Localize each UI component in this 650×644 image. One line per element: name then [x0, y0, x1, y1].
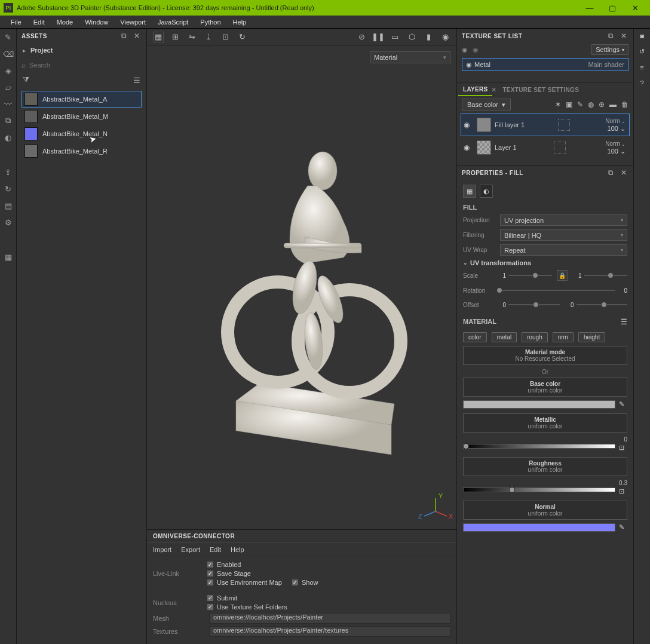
enabled-checkbox[interactable] — [207, 561, 214, 568]
material-chip-height[interactable]: height — [578, 332, 605, 342]
menu-javascript[interactable]: JavaScript — [152, 19, 194, 26]
menu-help[interactable]: Help — [227, 19, 253, 26]
metallic-slider[interactable] — [463, 444, 615, 450]
menu-file[interactable]: File — [5, 19, 27, 26]
rt-history-icon[interactable]: ↺ — [639, 48, 645, 56]
axis-gizmo[interactable]: Y X Z — [423, 496, 448, 521]
vt-grid-icon[interactable]: ⊞ — [170, 32, 180, 42]
assets-close-icon[interactable]: ✕ — [132, 31, 142, 41]
layer-folder-icon[interactable]: ▬ — [609, 100, 617, 109]
layer-effect-icon[interactable]: ✶ — [555, 100, 561, 109]
material-mode-icon[interactable]: ◐ — [480, 185, 493, 198]
vt-3d-icon[interactable]: ▦ — [153, 32, 164, 42]
roughness-reset-icon[interactable]: ⊡ — [619, 487, 627, 496]
omni-export[interactable]: Export — [181, 546, 200, 553]
savestage-checkbox[interactable] — [207, 570, 214, 577]
omni-help[interactable]: Help — [231, 546, 244, 553]
smudge-tool-icon[interactable]: 〰 — [4, 99, 13, 109]
scale-a-slider[interactable] — [508, 271, 552, 280]
assets-breadcrumb[interactable]: ▸ Project — [17, 43, 146, 57]
projection-tool-icon[interactable]: ◈ — [4, 66, 13, 75]
asset-item[interactable]: AbstractBike_Metal_A — [22, 91, 142, 108]
layer-edit-icon[interactable]: ✎ — [577, 100, 583, 109]
rt-camera-icon[interactable]: ◙ — [640, 32, 644, 39]
props-popout-icon[interactable]: ⧉ — [606, 168, 615, 177]
scale-b-slider[interactable] — [584, 271, 628, 280]
material-mode-box[interactable]: Material mode No Resource Selected — [463, 346, 627, 365]
show-checkbox[interactable] — [292, 579, 299, 586]
texset-eye2-icon[interactable]: ◉ — [473, 46, 479, 54]
useenv-checkbox[interactable] — [207, 579, 214, 586]
roughness-slider[interactable] — [463, 487, 615, 493]
asset-item[interactable]: AbstractBike_Metal_M — [22, 108, 142, 125]
texfolders-checkbox[interactable] — [207, 603, 214, 611]
vt-symmetry-icon[interactable]: ⇋ — [186, 32, 197, 42]
layer-item[interactable]: ◉Layer 1Norm100 ⌄ — [461, 136, 630, 159]
submit-checkbox[interactable] — [207, 594, 214, 602]
menu-python[interactable]: Python — [194, 19, 226, 26]
texset-popout-icon[interactable]: ⧉ — [606, 31, 615, 41]
layer-mask-icon[interactable]: ▣ — [566, 100, 572, 109]
brush-tool-icon[interactable]: ✎ — [4, 32, 13, 42]
viewport-3d[interactable]: Material ▾ — [147, 45, 456, 529]
close-button[interactable]: ✕ — [624, 0, 646, 16]
iray-icon[interactable]: ↻ — [4, 184, 13, 194]
clone-tool-icon[interactable]: ⧉ — [4, 116, 13, 125]
asset-item[interactable]: AbstractBike_Metal_R — [22, 143, 142, 160]
texture-set-item[interactable]: ◉ Metal Main shader — [462, 58, 628, 71]
texset-eye-icon[interactable]: ◉ — [462, 46, 468, 54]
offset-b-slider[interactable] — [577, 300, 628, 309]
menu-window[interactable]: Window — [79, 19, 114, 26]
vt-lighting-icon[interactable]: ⬡ — [406, 32, 417, 42]
layer-eye-icon[interactable]: ◉ — [464, 121, 473, 129]
layer-blend[interactable]: Norm — [605, 118, 626, 124]
texset-settings-dropdown[interactable]: Settings▾ — [591, 44, 628, 55]
vt-camera-icon[interactable]: ▮ — [423, 32, 434, 42]
vt-perspective-icon[interactable]: ⊡ — [220, 32, 231, 42]
tab-layers[interactable]: LAYERS — [458, 84, 492, 96]
mesh-input[interactable]: omniverse://localhost/Projects/Painter — [209, 613, 450, 624]
offset-a-slider[interactable] — [508, 300, 560, 309]
layer-blend[interactable]: Norm — [605, 140, 626, 147]
material-chip-nrm[interactable]: nrm — [553, 332, 574, 342]
normal-pipette-icon[interactable]: ✎ — [619, 523, 627, 532]
menu-edit[interactable]: Edit — [27, 19, 51, 26]
normal-swatch[interactable] — [463, 523, 615, 532]
metallic-reset-icon[interactable]: ⊡ — [619, 444, 627, 452]
viewport-material-dropdown[interactable]: Material ▾ — [370, 51, 450, 63]
fill-mode-icon[interactable]: ▦ — [463, 185, 476, 198]
tab-texture-set-settings[interactable]: TEXTURE SET SETTINGS — [498, 84, 584, 96]
projection-dropdown[interactable]: UV projection▾ — [500, 214, 627, 226]
layer-item[interactable]: ◉Fill layer 1Norm100 ⌄ — [461, 114, 630, 136]
layer-mask-slot[interactable] — [558, 119, 570, 131]
layer-fill-icon[interactable]: ◍ — [588, 100, 594, 109]
texset-close-icon[interactable]: ✕ — [619, 31, 628, 41]
polygon-fill-icon[interactable]: ▱ — [4, 82, 13, 92]
eraser-tool-icon[interactable]: ⌫ — [4, 49, 13, 59]
layer-mask-slot[interactable] — [554, 142, 566, 154]
layer-opacity[interactable]: 100 ⌄ — [608, 148, 626, 155]
layer-add-icon[interactable]: ⊕ — [599, 100, 605, 109]
omni-edit[interactable]: Edit — [210, 546, 221, 553]
list-view-icon[interactable]: ☰ — [133, 76, 140, 85]
tab-layers-close-icon[interactable]: ✕ — [491, 86, 496, 94]
layer-eye-icon[interactable]: ◉ — [464, 143, 473, 152]
layer-delete-icon[interactable]: 🗑 — [621, 100, 628, 109]
minimize-button[interactable]: — — [578, 0, 601, 16]
basecolor-swatch[interactable] — [463, 400, 615, 409]
material-chip-metal[interactable]: metal — [492, 332, 517, 342]
vt-hide-icon[interactable]: ⊘ — [356, 32, 367, 42]
material-chip-color[interactable]: color — [463, 332, 487, 342]
props-close-icon[interactable]: ✕ — [619, 168, 628, 177]
assets-search-input[interactable] — [29, 62, 142, 69]
omni-import[interactable]: Import — [153, 546, 171, 553]
layer-opacity[interactable]: 100 ⌄ — [608, 125, 626, 133]
maximize-button[interactable]: ▢ — [601, 0, 624, 16]
rt-log-icon[interactable]: ≡ — [640, 64, 643, 71]
filter-icon[interactable]: ⧩ — [23, 75, 29, 85]
scale-lock-icon[interactable]: 🔒 — [557, 270, 568, 281]
material-tool-icon[interactable]: ◐ — [4, 133, 13, 142]
vt-display-icon[interactable]: ▭ — [390, 32, 400, 42]
resource-icon[interactable]: ▦ — [4, 252, 13, 262]
pipette-icon[interactable]: ✎ — [619, 400, 627, 409]
